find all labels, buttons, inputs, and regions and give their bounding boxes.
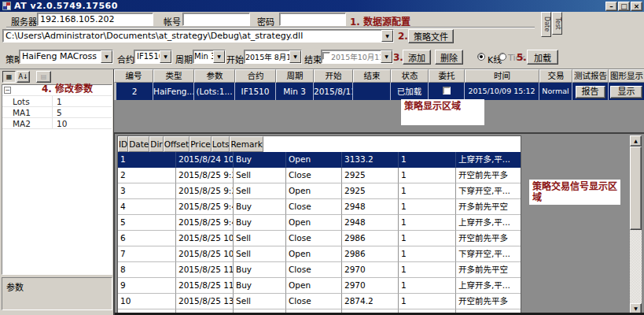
display-button[interactable]: 显示 [610, 86, 642, 98]
report-button[interactable]: 报告 [576, 86, 605, 98]
cell-trade: Normal [539, 83, 572, 100]
header-cell[interactable]: 参数 [194, 69, 235, 83]
strategy-combobox[interactable]: HaiFeng MACross ▼ [19, 50, 113, 64]
header-cell[interactable]: 结束 [353, 69, 391, 83]
account-input[interactable] [182, 13, 250, 26]
parameter-description-panel: 参数 [2, 277, 112, 310]
end-date-checkbox[interactable] [322, 52, 330, 60]
load-button[interactable]: 加载 [527, 50, 558, 65]
app-icon [2, 2, 11, 10]
header-cell[interactable]: ID [118, 136, 128, 152]
start-date-picker[interactable]: 2015年 8月11日 ▼ [244, 50, 302, 64]
tab-test[interactable]: Test [552, 12, 562, 35]
parameter-value[interactable]: 5 [53, 107, 112, 117]
table-row[interactable]: 9 2015/8/25 11:03 Buy Open 2970 1 上穿开多,平… [118, 278, 521, 294]
header-cell[interactable]: Lots [212, 136, 230, 152]
tab-date[interactable]: Date [541, 12, 551, 37]
header-cell[interactable]: 时间 [465, 69, 539, 83]
cell-remark: 开空前先平多 [456, 168, 521, 183]
scroll-up-icon[interactable]: ▲ [630, 135, 642, 146]
cell-price: 3133.2 [342, 152, 399, 168]
chevron-down-icon[interactable]: ▼ [160, 50, 171, 63]
table-row[interactable]: 6 2015/8/25 10:57 Sell Close 2986 1 开空前先… [118, 231, 521, 246]
password-input[interactable] [279, 13, 346, 26]
minimize-button[interactable]: – [605, 2, 617, 11]
header-cell[interactable]: 编号 [114, 69, 153, 83]
vertical-scrollbar[interactable]: ▲ ▼ [630, 135, 642, 314]
kline-radio[interactable] [477, 53, 485, 61]
strategy-file-button[interactable]: 策略文件 [408, 29, 454, 43]
cell-type: HaiFeng... [153, 83, 194, 100]
sort-az-icon[interactable]: A↓ [17, 71, 30, 83]
titlebar[interactable]: AT v2.0.5749.17560 – □ × [0, 0, 644, 12]
entrust-checkbox[interactable] [443, 87, 451, 94]
parameter-row[interactable]: MA1 5 [2, 107, 112, 118]
chevron-down-icon[interactable]: ▼ [381, 50, 392, 63]
header-cell[interactable]: Dir [149, 136, 163, 152]
cell-dir: Sell [234, 183, 286, 199]
separator-line [6, 27, 535, 28]
contract-combobox[interactable]: IF1510 ▼ [134, 50, 172, 64]
table-row[interactable]: 11 2015/8/25 13:39 Sell Open 2874.2 1 下穿… [118, 309, 521, 315]
header-cell[interactable]: 状态 [391, 69, 429, 83]
header-cell[interactable]: Date [128, 136, 149, 152]
contract-label: 合约 [117, 53, 134, 65]
close-button[interactable]: × [631, 2, 642, 11]
server-input[interactable] [37, 13, 153, 26]
cell-remark: 上穿开多,平... [456, 215, 521, 231]
categorized-icon[interactable]: ▦ [2, 71, 16, 83]
chevron-down-icon[interactable]: ▼ [213, 50, 225, 63]
tick-radio[interactable] [499, 53, 506, 61]
period-combobox[interactable]: Min 3 ▼ [193, 50, 226, 64]
header-cell[interactable]: 合约 [235, 69, 276, 83]
cell-dir: Sell [234, 309, 286, 315]
maximize-button[interactable]: □ [618, 2, 630, 11]
cell-end [353, 83, 391, 100]
scrollbar-thumb[interactable] [630, 146, 642, 230]
parameter-name: Lots [2, 96, 53, 106]
header-cell[interactable]: Offset [164, 136, 190, 152]
header-cell[interactable]: 开始 [314, 69, 353, 83]
header-cell[interactable]: 委托 [429, 69, 465, 83]
parameter-row[interactable]: MA2 10 [2, 118, 112, 129]
strategy-table-row[interactable]: 2 HaiFeng... (Lots:1... IF1510 Min 3 201… [114, 83, 644, 100]
signal-table-rows: 1 2015/8/24 10:06 Buy Open 3133.2 1 上穿开多… [118, 152, 521, 315]
header-cell[interactable]: 类型 [153, 69, 194, 83]
delete-button[interactable]: 删除 [435, 50, 463, 65]
header-cell[interactable]: 交易 [539, 69, 572, 83]
server-label: 服务器 [11, 15, 37, 28]
table-row[interactable]: 1 2015/8/24 10:06 Buy Open 3133.2 1 上穿开多… [118, 152, 521, 168]
table-row[interactable]: 4 2015/8/25 9:42 Buy Close 2948 1 开多前先平空 [118, 199, 521, 215]
header-cell[interactable]: 图形显示 [609, 69, 644, 83]
chevron-down-icon[interactable]: ▼ [101, 50, 112, 63]
table-row[interactable]: 2 2015/8/25 9:21 Sell Close 2925 1 开空前先平… [118, 168, 521, 183]
cell-offset: Close [286, 199, 342, 215]
cell-remark: 开多前先平空 [456, 199, 521, 215]
parameter-value[interactable]: 10 [53, 118, 112, 128]
cell-lots: 1 [399, 199, 456, 215]
table-row[interactable]: 5 2015/8/25 9:42 Buy Open 2948 1 上穿开多,平.… [118, 215, 521, 231]
cell-date: 2015/8/25 11:03 [176, 262, 234, 278]
table-row[interactable]: 8 2015/8/25 11:03 Buy Close 2970 1 开多前先平… [118, 262, 521, 278]
cell-lots: 1 [399, 246, 456, 262]
header-cell[interactable]: 测试报告 [572, 69, 609, 83]
table-row[interactable]: 10 2015/8/25 13:39 Sell Close 2874.2 1 开… [118, 294, 521, 309]
table-row[interactable]: 3 2015/8/25 9:21 Sell Open 2925 1 下穿开空,平… [118, 183, 521, 199]
chevron-down-icon[interactable]: ▼ [289, 50, 301, 63]
cell-date: 2015/8/25 10:57 [176, 231, 234, 246]
cell-dir: Buy [234, 152, 286, 168]
parameter-row[interactable]: Lots 1 [2, 96, 112, 107]
dll-path-combobox[interactable]: C:\Users\Administrator\Documents\at_stra… [2, 29, 394, 43]
header-cell[interactable]: 周期 [276, 69, 314, 83]
cell-price: 2970 [342, 278, 399, 294]
scroll-down-icon[interactable]: ▼ [630, 303, 642, 314]
cell-offset: Open [286, 309, 342, 315]
header-cell[interactable]: Remark [230, 136, 263, 152]
end-date-picker[interactable]: 2015年10月11日 ▼ [321, 50, 393, 64]
add-button[interactable]: 添加 [403, 50, 431, 65]
collapse-icon[interactable]: − [4, 87, 11, 94]
chevron-down-icon[interactable]: ▼ [381, 30, 393, 42]
parameter-value[interactable]: 1 [53, 96, 112, 106]
table-row[interactable]: 7 2015/8/25 10:57 Sell Open 2986 1 下穿开空,… [118, 246, 521, 262]
header-cell[interactable]: Price [190, 136, 212, 152]
